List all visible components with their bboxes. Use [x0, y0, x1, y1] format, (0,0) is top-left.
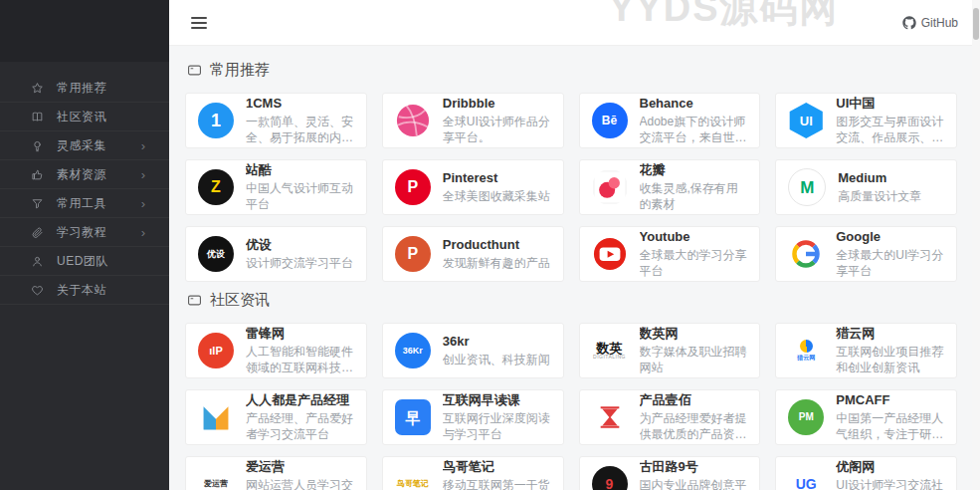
site-card-producthunt[interactable]: P Producthunt 发现新鲜有趣的产品	[382, 226, 564, 282]
site-card-niaoge[interactable]: 鸟哥笔记 鸟哥笔记 移动互联网第一干货平台	[382, 456, 564, 490]
scrollbar-thumb[interactable]	[973, 8, 979, 40]
huaban-logo	[592, 169, 628, 205]
leiphone-logo: ılP	[198, 333, 234, 368]
book-icon	[30, 110, 44, 123]
chevron-right-icon: ›	[141, 197, 145, 210]
sidebar-item-community[interactable]: 社区资讯	[0, 103, 169, 131]
36kr-logo: 36Kr	[395, 333, 431, 368]
site-card-huaban[interactable]: 花瓣 收集灵感,保存有用的素材	[579, 159, 761, 215]
main-content: 常用推荐 1 1CMS 一款简单、灵活、安全、易于拓展的内容管理系统 Dribb…	[169, 46, 980, 490]
site-desc: 全球最大的学习分享平台	[640, 247, 748, 279]
site-name: 鸟哥笔记	[443, 459, 551, 476]
github-link[interactable]: GitHub	[902, 16, 958, 30]
site-card-pinterest[interactable]: P Pinterest 全球美图收藏采集站	[382, 159, 564, 215]
site-name: 36kr	[443, 334, 550, 351]
site-card-pm100[interactable]: 产品壹佰 为产品经理爱好者提供最优质的产品资讯、原创内容和相关视频课程	[579, 389, 761, 445]
sidebar-item-ued[interactable]: UED团队	[0, 247, 169, 276]
site-card-gtn9[interactable]: 9 古田路9号 国内专业品牌创意平台	[579, 456, 761, 490]
funnel-icon	[30, 196, 44, 210]
site-name: 猎云网	[836, 326, 944, 343]
sidebar-item-label: 关于本站	[57, 282, 145, 299]
youtube-logo	[592, 236, 628, 272]
sidebar-item-recommend[interactable]: 常用推荐	[0, 74, 169, 103]
site-card-uigreat[interactable]: UG 优阁网 UI设计师学习交流社区	[775, 456, 957, 490]
site-desc: 设计师交流学习平台	[246, 255, 353, 271]
scrollbar-track[interactable]	[972, 0, 980, 490]
sidebar-item-inspiration[interactable]: 灵感采集 ›	[0, 131, 169, 160]
section-community: 社区资讯 ılP 雷锋网 人工智能和智能硬件领域的互联网科技媒体 36Kr 36…	[185, 290, 957, 490]
site-desc: 图形交互与界面设计交流、作品展示、学习平台。	[836, 114, 944, 145]
site-card-medium[interactable]: M Medium 高质量设计文章	[775, 159, 957, 215]
pinterest-logo: P	[395, 169, 431, 205]
zcool-logo: Z	[198, 169, 234, 205]
medium-logo: M	[788, 168, 826, 206]
site-desc: 互联网行业深度阅读与学习平台	[443, 410, 551, 442]
chevron-right-icon: ›	[141, 226, 145, 239]
site-name: Youtube	[640, 229, 748, 246]
card-grid: ılP 雷锋网 人工智能和智能硬件领域的互联网科技媒体 36Kr 36kr 创业…	[185, 323, 957, 490]
site-name: 古田路9号	[640, 459, 748, 476]
site-card-1cms[interactable]: 1 1CMS 一款简单、灵活、安全、易于拓展的内容管理系统	[185, 93, 367, 148]
site-card-uisdc[interactable]: 优设 优设 设计师交流学习平台	[185, 226, 367, 282]
site-card-ui-china[interactable]: UI UI中国 图形交互与界面设计交流、作品展示、学习平台。	[775, 93, 957, 148]
site-card-zcool[interactable]: Z 站酷 中国人气设计师互动平台	[185, 159, 367, 215]
site-card-zaodu[interactable]: 早 互联网早读课 互联网行业深度阅读与学习平台	[382, 389, 564, 445]
sidebar-item-label: 常用推荐	[57, 80, 145, 97]
dribbble-logo	[395, 103, 431, 138]
pmcaff-logo: PM	[788, 399, 824, 435]
tag-icon	[187, 293, 202, 308]
site-name: Behance	[640, 96, 748, 113]
site-card-pmcaff[interactable]: PM PMCAFF 中国第一产品经理人气组织，专注于研究互联网产品	[775, 389, 957, 445]
sidebar-item-tools[interactable]: 常用工具 ›	[0, 189, 169, 218]
site-name: 人人都是产品经理	[246, 392, 354, 409]
sidebar-item-tutorials[interactable]: 学习教程 ›	[0, 218, 169, 247]
uisdc-logo: 优设	[198, 236, 234, 272]
site-name: Medium	[838, 170, 921, 187]
hamburger-menu-icon[interactable]	[191, 17, 207, 29]
site-name: 站酷	[246, 162, 354, 179]
site-name: 雷锋网	[246, 326, 354, 343]
sidebar-item-label: 灵感采集	[57, 137, 141, 154]
card-grid: 1 1CMS 一款简单、灵活、安全、易于拓展的内容管理系统 Dribbble 全…	[185, 93, 957, 282]
heart-icon	[30, 283, 44, 297]
site-card-36kr[interactable]: 36Kr 36kr 创业资讯、科技新闻	[382, 323, 564, 378]
site-card-leiphone[interactable]: ılP 雷锋网 人工智能和智能硬件领域的互联网科技媒体	[185, 323, 367, 378]
site-name: Producthunt	[443, 237, 550, 254]
site-desc: 互联网创业项目推荐和创业创新资讯	[836, 344, 944, 375]
sidebar-item-label: 常用工具	[57, 195, 141, 212]
site-desc: UI设计师学习交流社区	[836, 477, 944, 490]
user-icon	[30, 254, 44, 268]
site-card-woshipm[interactable]: 人人都是产品经理 产品经理、产品爱好者学习交流平台	[185, 389, 367, 445]
site-name: 1CMS	[246, 96, 354, 113]
site-name: 优阁网	[836, 459, 944, 476]
sidebar-item-about[interactable]: 关于本站	[0, 276, 169, 305]
zaodu-logo: 早	[395, 399, 431, 435]
sidebar-menu: 常用推荐 社区资讯 灵感采集 › 素材资源 › 常用工具 › 学习教程 › UE…	[0, 62, 169, 305]
site-name: 互联网早读课	[443, 392, 551, 409]
sidebar: 常用推荐 社区资讯 灵感采集 › 素材资源 › 常用工具 › 学习教程 › UE…	[0, 0, 169, 490]
site-name: 优设	[246, 237, 353, 254]
site-card-youtube[interactable]: Youtube 全球最大的学习分享平台	[579, 226, 761, 282]
sidebar-logo-area	[0, 0, 169, 62]
sidebar-item-assets[interactable]: 素材资源 ›	[0, 160, 169, 189]
thumb-icon	[30, 167, 44, 181]
site-name: UI中国	[836, 96, 944, 113]
site-card-digitaling[interactable]: 数英DIGITALING 数英网 数字媒体及职业招聘网站	[579, 323, 761, 378]
woshipm-logo	[198, 399, 234, 435]
site-name: Google	[836, 229, 944, 246]
top-header: GitHub	[169, 0, 980, 46]
site-desc: 数字媒体及职业招聘网站	[640, 344, 748, 375]
site-card-iyunying[interactable]: 爱运营 爱运营 网站运营人员学习交流，专注于网站产品运营管理、用户运营	[185, 456, 367, 490]
google-logo	[788, 236, 824, 272]
site-desc: 收集灵感,保存有用的素材	[640, 180, 748, 212]
site-card-behance[interactable]: Bē Behance Adobe旗下的设计师交流平台，来自世界各地的设计师在这里…	[579, 93, 761, 148]
site-card-lieyun[interactable]: 猎云网 猎云网 互联网创业项目推荐和创业创新资讯	[775, 323, 957, 378]
uigreat-logo: UG	[788, 466, 824, 490]
site-card-dribbble[interactable]: Dribbble 全球UI设计师作品分享平台。	[382, 93, 564, 148]
digitaling-logo: 数英DIGITALING	[592, 333, 628, 368]
star-icon	[30, 81, 44, 95]
gtn9-logo: 9	[592, 466, 628, 490]
github-icon	[902, 16, 916, 30]
site-name: PMCAFF	[836, 392, 944, 409]
site-card-google[interactable]: Google 全球最大的UI学习分享平台	[775, 226, 957, 282]
